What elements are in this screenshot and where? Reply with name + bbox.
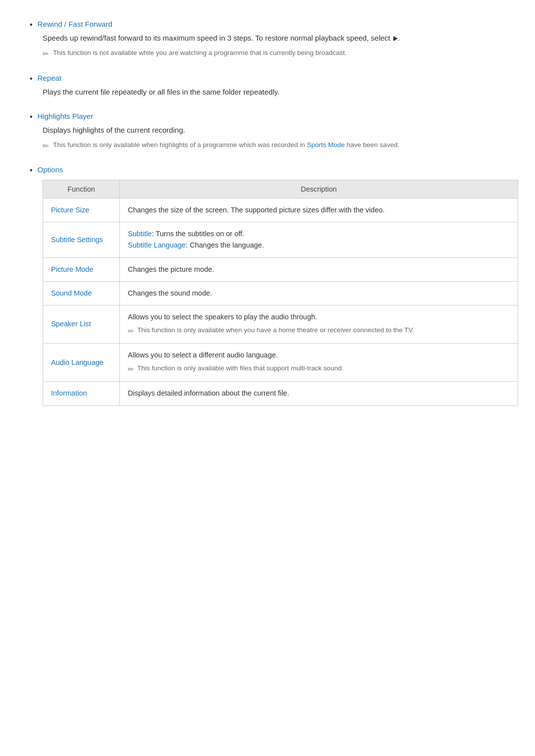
desc-subtitle-settings: Subtitle: Turns the subtitles on or off.…	[120, 222, 518, 257]
highlights-bullet: • Highlights Player	[30, 112, 505, 121]
function-information: Information	[43, 382, 120, 405]
desc-picture-mode: Changes the picture mode.	[120, 257, 518, 281]
rewind-link[interactable]: Rewind / Fast Forward	[38, 20, 112, 28]
bullet-dot: •	[30, 20, 33, 29]
repeat-link[interactable]: Repeat	[38, 74, 61, 82]
options-bullet: • Options	[30, 165, 505, 175]
rewind-title: Rewind / Fast Forward	[38, 20, 112, 28]
desc-information: Displays detailed information about the …	[120, 382, 518, 405]
table-row: Picture Mode Changes the picture mode.	[43, 257, 518, 281]
rewind-desc-text: Speeds up rewind/fast forward to its max…	[43, 34, 392, 42]
audio-language-note-text: This function is only available with fil…	[137, 363, 343, 374]
function-subtitle-settings: Subtitle Settings	[43, 222, 120, 257]
rewind-description: Speeds up rewind/fast forward to its max…	[43, 32, 505, 44]
col-description-header: Description	[120, 180, 518, 199]
desc-sound-mode: Changes the sound mode.	[120, 281, 518, 305]
options-table: Function Description Picture Size Change…	[43, 180, 518, 406]
rewind-note: ✏ This function is not available while y…	[43, 48, 505, 60]
function-sound-mode: Sound Mode	[43, 281, 120, 305]
play-icon	[393, 36, 398, 41]
highlights-section: • Highlights Player Displays highlights …	[30, 112, 505, 152]
table-row: Sound Mode Changes the sound mode.	[43, 281, 518, 305]
audio-language-desc: Allows you to select a different audio l…	[128, 351, 278, 359]
options-table-wrapper: Function Description Picture Size Change…	[30, 180, 505, 406]
highlights-note: ✏ This function is only available when h…	[43, 140, 505, 152]
options-link[interactable]: Options	[38, 165, 63, 174]
desc-audio-language: Allows you to select a different audio l…	[120, 344, 518, 382]
repeat-description: Plays the current file repeatedly or all…	[43, 86, 505, 98]
desc-picture-size: Changes the size of the screen. The supp…	[120, 199, 518, 222]
rewind-section: • Rewind / Fast Forward Speeds up rewind…	[30, 20, 505, 60]
rewind-bullet: • Rewind / Fast Forward	[30, 20, 505, 29]
function-audio-language: Audio Language	[43, 344, 120, 382]
sports-mode-link[interactable]: Sports Mode	[307, 141, 345, 149]
table-row: Speaker List Allows you to select the sp…	[43, 305, 518, 343]
pencil-icon: ✏	[128, 325, 134, 337]
desc-speaker-list: Allows you to select the speakers to pla…	[120, 305, 518, 343]
table-header-row: Function Description	[43, 180, 518, 199]
bullet-dot: •	[30, 74, 33, 83]
options-section: • Options Function Description Picture S…	[30, 165, 505, 406]
table-row: Subtitle Settings Subtitle: Turns the su…	[43, 222, 518, 257]
col-function-header: Function	[43, 180, 120, 199]
highlights-link[interactable]: Highlights Player	[38, 112, 94, 120]
rewind-note-text: This function is not available while you…	[53, 48, 347, 58]
highlights-description: Displays highlights of the current recor…	[43, 124, 505, 136]
repeat-section: • Repeat Plays the current file repeated…	[30, 74, 505, 98]
pencil-icon: ✏	[43, 141, 49, 152]
subtitle-language-link: Subtitle Language: Changes the language.	[128, 241, 264, 249]
pencil-icon: ✏	[43, 49, 49, 60]
repeat-bullet: • Repeat	[30, 74, 505, 83]
function-picture-mode: Picture Mode	[43, 257, 120, 281]
rewind-desc-period: .	[398, 34, 400, 42]
table-row: Information Displays detailed informatio…	[43, 382, 518, 405]
bullet-dot: •	[30, 166, 33, 175]
speaker-list-desc: Allows you to select the speakers to pla…	[128, 313, 317, 321]
highlights-note-text: This function is only available when hig…	[53, 140, 399, 150]
speaker-list-note-text: This function is only available when you…	[137, 325, 414, 336]
subtitle-link: Subtitle: Turns the subtitles on or off.	[128, 230, 244, 238]
pencil-icon: ✏	[128, 363, 134, 375]
function-picture-size: Picture Size	[43, 199, 120, 222]
audio-language-note: ✏ This function is only available with f…	[128, 363, 510, 375]
table-row: Picture Size Changes the size of the scr…	[43, 199, 518, 222]
bullet-dot: •	[30, 112, 33, 121]
speaker-list-note: ✏ This function is only available when y…	[128, 325, 510, 337]
table-row: Audio Language Allows you to select a di…	[43, 344, 518, 382]
function-speaker-list: Speaker List	[43, 305, 120, 343]
